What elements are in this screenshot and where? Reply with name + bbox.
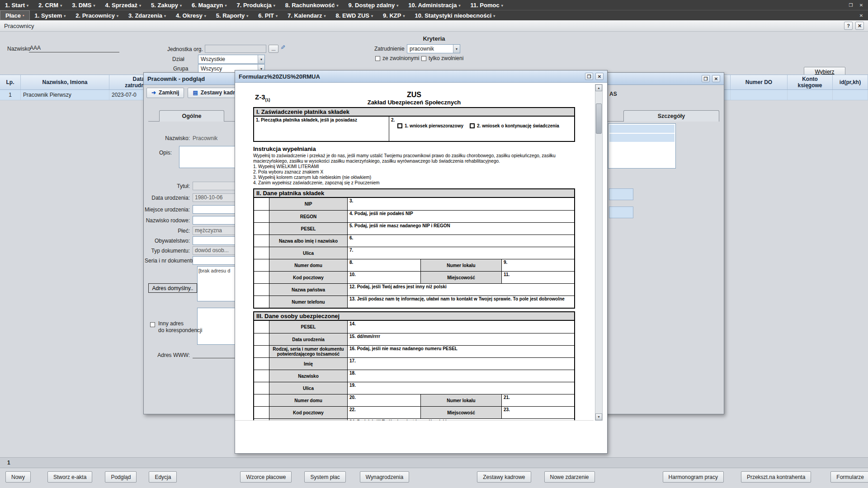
menu-item-11-pomoc[interactable]: 11. Pomoc▾ bbox=[465, 0, 508, 10]
menu-item-6-magazyn[interactable]: 6. Magazyn▾ bbox=[187, 0, 231, 10]
menu-item-4-sprzedaż[interactable]: 4. Sprzedaż▾ bbox=[100, 0, 146, 10]
checkbox-ze-zwolnionymi[interactable]: ze zwolnionymi bbox=[375, 55, 419, 61]
form-field-value[interactable]: 8. bbox=[348, 259, 421, 271]
close-window-button[interactable]: ✕ bbox=[855, 22, 864, 30]
menu-item-9-kzp[interactable]: 9. KZP▾ bbox=[378, 10, 410, 20]
bottom-button-podgląd[interactable]: Podgląd bbox=[105, 471, 137, 483]
bottom-button-edycja[interactable]: Edycja bbox=[149, 471, 177, 483]
menu-item-9-dostęp-zdalny[interactable]: 9. Dostęp zdalny▾ bbox=[344, 0, 404, 10]
checkbox-icon[interactable] bbox=[375, 56, 380, 61]
menu-item-3-zdarzenia[interactable]: 3. Zdarzenia▾ bbox=[123, 10, 171, 20]
form-field-value[interactable]: 10. bbox=[348, 271, 421, 283]
form-field-value[interactable]: 7. bbox=[348, 247, 574, 259]
details-field[interactable] bbox=[609, 206, 633, 218]
checkbox-icon[interactable] bbox=[470, 123, 475, 128]
scroll-up-icon[interactable]: ▲ bbox=[595, 84, 602, 91]
form-field-value[interactable]: 6. bbox=[348, 235, 574, 247]
form-field-value[interactable]: 24. Podaj, jeśli Twój adres jest inny ni… bbox=[348, 418, 574, 421]
menu-item-3-dms[interactable]: 3. DMS▾ bbox=[67, 0, 100, 10]
menu-item-label: 11. Pomoc bbox=[470, 2, 499, 9]
module-close-icon[interactable]: ✕ bbox=[858, 12, 865, 19]
jednostka-input[interactable] bbox=[205, 45, 266, 53]
bottom-button-zestawy-kadrowe[interactable]: Zestawy kadrowe bbox=[477, 471, 531, 483]
bottom-button-system-płac[interactable]: System płac bbox=[304, 471, 345, 483]
menu-item-2-crm[interactable]: 2. CRM▾ bbox=[33, 0, 67, 10]
nazwisko-input[interactable]: AAA bbox=[29, 44, 119, 52]
form-field-value[interactable]: 4. Podaj, jeśli nie podałeś NIP bbox=[348, 210, 574, 222]
form-field-value[interactable]: 5. Podaj, jeśli nie masz nadanego NIP i … bbox=[348, 222, 574, 235]
form-field-value[interactable]: 3. bbox=[348, 198, 574, 210]
menu-item-8-ewd-zus[interactable]: 8. EWD ZUS▾ bbox=[331, 10, 378, 20]
form-field-label: Kod pocztowy bbox=[269, 406, 348, 418]
jednostka-browse-button[interactable]: ... bbox=[269, 45, 278, 53]
clear-icon[interactable]: ✎ bbox=[279, 45, 286, 50]
tab-ogolne[interactable]: Ogólne bbox=[159, 110, 224, 122]
menu-item-7-kalendarz[interactable]: 7. Kalendarz▾ bbox=[283, 10, 331, 20]
form-field-value[interactable]: 21. bbox=[502, 394, 574, 406]
menu-item-6-pit[interactable]: 6. PIT▾ bbox=[253, 10, 283, 20]
menu-item-płace[interactable]: Płace• bbox=[0, 10, 30, 20]
bottom-button-formularze[interactable]: Formularze bbox=[830, 471, 868, 483]
form-viewport: Z-3(1) ZUS Zakład Ubezpieczeń Społecznyc… bbox=[235, 83, 594, 421]
form-field-value[interactable]: 9. bbox=[502, 259, 574, 271]
other-address-checkbox[interactable] bbox=[150, 322, 155, 327]
form-field-value[interactable]: 23. bbox=[502, 406, 574, 418]
section1-title: I. Zaświadczenie płatnika składek bbox=[253, 107, 575, 117]
form-field-value[interactable]: 13. Jeśli podasz nam tę informację, ułat… bbox=[348, 296, 574, 308]
details-field[interactable] bbox=[609, 188, 633, 200]
bottom-button-harmonogram-pracy[interactable]: Harmonogram pracy bbox=[663, 471, 724, 483]
form-field-value[interactable]: 22. bbox=[348, 406, 421, 418]
bottom-button-nowy[interactable]: Nowy bbox=[5, 471, 31, 483]
app-screen: 1. Start▾2. CRM▾3. DMS▾4. Sprzedaż▾5. Za… bbox=[0, 0, 868, 488]
zatrudnienie-select[interactable]: pracownik ▾ bbox=[407, 44, 460, 53]
stamp-field[interactable]: 1. Pieczątka płatnika składek, jeśli ja … bbox=[254, 117, 389, 141]
bottom-button-nowe-zdarzenie[interactable]: Nowe zdarzenie bbox=[544, 471, 595, 483]
checkbox-icon[interactable] bbox=[421, 56, 426, 61]
form-field-value[interactable]: 19. bbox=[348, 382, 574, 394]
menu-item-5-zakupy[interactable]: 5. Zakupy▾ bbox=[146, 0, 187, 10]
bottom-button-wynagrodzenia[interactable]: Wynagrodzenia bbox=[360, 471, 409, 483]
form-row: PESEL14. bbox=[254, 321, 574, 333]
chevron-down-icon: ▾ bbox=[27, 4, 28, 8]
menu-item-4-okresy[interactable]: 4. Okresy▾ bbox=[171, 10, 211, 20]
menu-item-1-start[interactable]: 1. Start▾ bbox=[0, 0, 33, 10]
checkbox-icon[interactable] bbox=[397, 123, 402, 128]
default-address-button[interactable]: Adres domyślny.. bbox=[148, 283, 197, 293]
form-field-label: Ulica bbox=[269, 247, 348, 259]
window-restore-icon[interactable]: ❐ bbox=[847, 2, 854, 9]
opis-textarea[interactable] bbox=[179, 146, 236, 168]
form-field-value[interactable]: 15. dd/mm/rrrr bbox=[348, 333, 574, 345]
bottom-button-wzorce-płacowe[interactable]: Wzorce płacowe bbox=[240, 471, 292, 483]
menu-item-2-pracownicy[interactable]: 2. Pracownicy▾ bbox=[71, 10, 123, 20]
popup-icon[interactable]: ❐ bbox=[585, 73, 593, 80]
instruction-step: 4. Zanim wypełnisz zaświadczenie, zapozn… bbox=[253, 180, 575, 186]
menu-item-1-system[interactable]: 1. System▾ bbox=[30, 10, 71, 20]
panel-row[interactable] bbox=[609, 125, 675, 133]
form-field-value[interactable]: 18. bbox=[348, 370, 574, 382]
bottom-button-stworz-e-akta[interactable]: Stworz e-akta bbox=[47, 471, 92, 483]
dzial-select[interactable]: Wszystkie ▾ bbox=[198, 55, 265, 64]
form-field-value[interactable]: 20. bbox=[348, 394, 421, 406]
close-icon[interactable]: ✕ bbox=[595, 73, 604, 80]
menu-item-5-raporty[interactable]: 5. Raporty▾ bbox=[211, 10, 254, 20]
scrollbar-thumb[interactable] bbox=[596, 103, 602, 134]
form-row-margin bbox=[254, 198, 269, 210]
menu-item-10-administracja[interactable]: 10. Administracja▾ bbox=[403, 0, 465, 10]
form-field-value[interactable]: 17. bbox=[348, 357, 574, 370]
zamknij-button[interactable]: ➜ Zamknij bbox=[146, 88, 184, 98]
help-button[interactable]: ? bbox=[844, 22, 853, 30]
form-field-value[interactable]: 16. Podaj, jeśli nie masz nadanego numer… bbox=[348, 345, 574, 357]
tab-szczegoly[interactable]: Szczegóły bbox=[623, 110, 719, 122]
form-field-value[interactable]: 11. bbox=[502, 271, 574, 283]
scroll-down-icon[interactable]: ▼ bbox=[595, 413, 602, 420]
window-close-icon[interactable]: ✕ bbox=[858, 2, 865, 9]
menu-item-7-produkcja[interactable]: 7. Produkcja▾ bbox=[231, 0, 280, 10]
panel-row[interactable] bbox=[609, 134, 675, 142]
menu-item-10-statystyki-nieobecności[interactable]: 10. Statystyki nieobecności▾ bbox=[410, 10, 500, 20]
form-field-value[interactable]: 12. Podaj, jeśli Twój adres jest inny ni… bbox=[348, 283, 574, 296]
bottom-button-przekszt-na-kontrahenta[interactable]: Przekszt.na kontrahenta bbox=[741, 471, 811, 483]
menu-item-8-rachunkowość[interactable]: 8. Rachunkowość▾ bbox=[280, 0, 344, 10]
checkbox-tylko-zwolnieni[interactable]: tylko zwolnieni bbox=[421, 55, 463, 61]
form-field-value[interactable]: 14. bbox=[348, 321, 574, 333]
scrollbar[interactable]: ▲ ▼ bbox=[595, 84, 603, 421]
